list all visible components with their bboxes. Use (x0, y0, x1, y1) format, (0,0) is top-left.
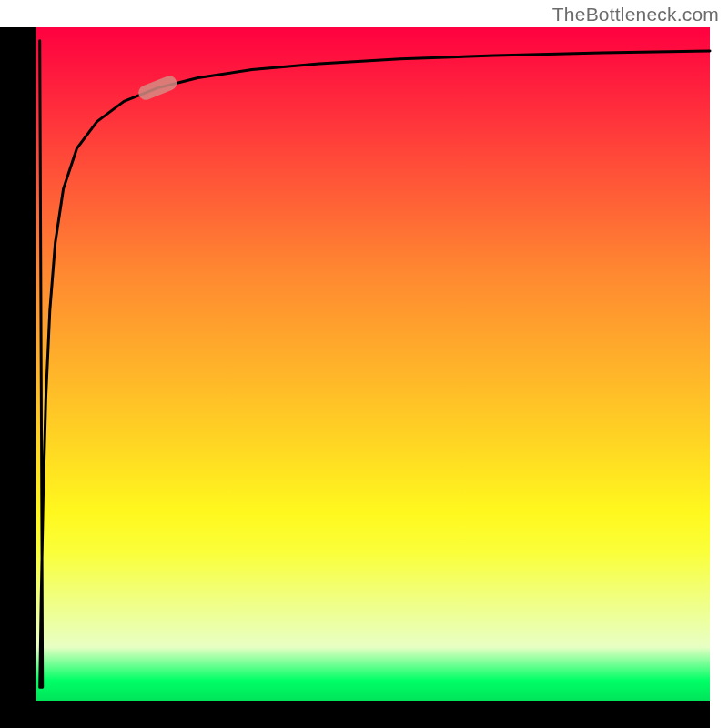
plot-area (36, 27, 710, 701)
chart-frame: TheBottleneck.com (0, 0, 728, 728)
x-axis (0, 701, 710, 728)
curve-layer (36, 27, 710, 701)
y-axis (0, 27, 36, 701)
bottleneck-curve (40, 41, 710, 687)
highlight-marker (136, 74, 179, 102)
svg-rect-0 (136, 74, 179, 102)
watermark-text: TheBottleneck.com (552, 4, 719, 25)
